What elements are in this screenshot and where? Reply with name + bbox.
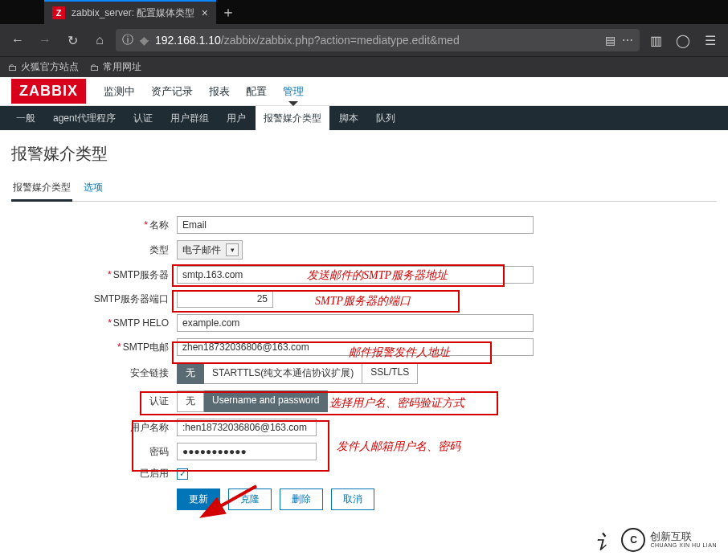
auth-userpass[interactable]: Username and password bbox=[204, 390, 328, 412]
clone-button[interactable]: 克隆 bbox=[228, 488, 272, 510]
zabbix-logo[interactable]: ZABBIX bbox=[11, 79, 86, 104]
shield-icon[interactable]: ◆ bbox=[140, 34, 149, 47]
new-tab-button[interactable]: ＋ bbox=[216, 0, 240, 24]
browser-tab[interactable]: Z zabbix_server: 配置媒体类型 × bbox=[44, 0, 216, 24]
folder-icon: 🗀 bbox=[8, 62, 18, 73]
library-icon[interactable]: ▥ bbox=[644, 29, 667, 51]
topnav-reports[interactable]: 报表 bbox=[202, 77, 236, 105]
tab-options[interactable]: 选项 bbox=[82, 178, 104, 201]
close-tab-icon[interactable]: × bbox=[202, 6, 208, 19]
label-smtp-server: *SMTP服务器 bbox=[11, 268, 177, 282]
account-icon[interactable]: ◯ bbox=[672, 29, 694, 51]
chevron-down-icon: ▾ bbox=[226, 243, 239, 256]
bookmark-common-sites[interactable]: 🗀 常用网址 bbox=[90, 60, 141, 74]
label-name: *名称 bbox=[11, 219, 177, 232]
subnav-general[interactable]: 一般 bbox=[8, 106, 43, 130]
topnav-monitoring[interactable]: 监测中 bbox=[97, 77, 141, 105]
forward-button[interactable]: → bbox=[34, 29, 56, 51]
subnav-auth[interactable]: 认证 bbox=[125, 106, 161, 130]
subnav-mediatype[interactable]: 报警媒介类型 bbox=[256, 106, 329, 130]
tab-title: zabbix_server: 配置媒体类型 bbox=[72, 6, 195, 20]
label-enabled: 已启用 bbox=[11, 467, 177, 480]
bookmark-label: 火狐官方站点 bbox=[21, 60, 79, 74]
label-username: 用户名称 bbox=[11, 421, 177, 435]
url-bar[interactable]: ⓘ ◆ 192.168.1.10/zabbix/zabbix.php?actio… bbox=[116, 29, 640, 51]
bookmark-label: 常用网址 bbox=[103, 60, 141, 74]
label-smtp-port: SMTP服务器端口 bbox=[11, 292, 177, 306]
security-starttls[interactable]: STARTTLS(纯文本通信协议扩展) bbox=[204, 362, 362, 384]
topnav-administration[interactable]: 管理 bbox=[276, 77, 310, 105]
bookmark-firefox-site[interactable]: 🗀 火狐官方站点 bbox=[8, 60, 79, 74]
smtp-email-input[interactable] bbox=[177, 338, 534, 356]
home-button[interactable]: ⌂ bbox=[88, 29, 111, 51]
reload-button[interactable]: ↻ bbox=[61, 29, 84, 51]
more-icon[interactable]: ⋯ bbox=[622, 34, 633, 47]
topnav-configuration[interactable]: 配置 bbox=[239, 77, 273, 105]
name-input[interactable] bbox=[177, 216, 534, 234]
url-text: 192.168.1.10/zabbix/zabbix.php?action=me… bbox=[155, 34, 599, 47]
reader-mode-icon[interactable]: ▤ bbox=[605, 34, 616, 47]
label-password: 密码 bbox=[11, 445, 177, 459]
label-type: 类型 bbox=[11, 243, 177, 257]
label-smtp-email: *SMTP电邮 bbox=[11, 341, 177, 354]
auth-none[interactable]: 无 bbox=[177, 390, 204, 412]
page-title: 报警媒介类型 bbox=[11, 143, 717, 165]
type-select-value: 电子邮件 bbox=[182, 243, 221, 257]
smtp-port-input[interactable] bbox=[177, 290, 273, 308]
label-auth: 认证 bbox=[11, 394, 177, 408]
menu-icon[interactable]: ☰ bbox=[699, 29, 722, 51]
type-select[interactable]: 电子邮件 ▾ bbox=[177, 240, 243, 260]
cancel-button[interactable]: 取消 bbox=[331, 488, 374, 510]
delete-button[interactable]: 删除 bbox=[280, 488, 323, 510]
smtp-server-input[interactable] bbox=[177, 266, 534, 284]
password-input[interactable] bbox=[177, 443, 317, 460]
smtp-helo-input[interactable] bbox=[177, 314, 534, 332]
enabled-checkbox[interactable]: ✓ bbox=[177, 468, 188, 480]
subnav-usergroups[interactable]: 用户群组 bbox=[162, 106, 217, 130]
tab-mediatype[interactable]: 报警媒介类型 bbox=[11, 178, 72, 202]
username-input[interactable] bbox=[177, 419, 317, 436]
subnav-scripts[interactable]: 脚本 bbox=[331, 106, 366, 130]
subnav-proxies[interactable]: agent代理程序 bbox=[45, 106, 124, 130]
label-smtp-helo: *SMTP HELO bbox=[11, 317, 177, 329]
back-button[interactable]: ← bbox=[6, 29, 29, 51]
topnav-inventory[interactable]: 资产记录 bbox=[145, 77, 199, 105]
security-segmented: 无 STARTTLS(纯文本通信协议扩展) SSL/TLS bbox=[177, 362, 418, 384]
label-security: 安全链接 bbox=[11, 366, 177, 380]
security-ssltls[interactable]: SSL/TLS bbox=[362, 362, 418, 384]
auth-segmented: 无 Username and password bbox=[177, 390, 328, 412]
zabbix-favicon: Z bbox=[52, 6, 65, 19]
info-icon[interactable]: ⓘ bbox=[122, 33, 133, 47]
security-none[interactable]: 无 bbox=[177, 362, 204, 384]
update-button[interactable]: 更新 bbox=[177, 488, 220, 510]
subnav-queue[interactable]: 队列 bbox=[368, 106, 403, 130]
folder-icon: 🗀 bbox=[90, 62, 100, 73]
subnav-users[interactable]: 用户 bbox=[219, 106, 254, 130]
